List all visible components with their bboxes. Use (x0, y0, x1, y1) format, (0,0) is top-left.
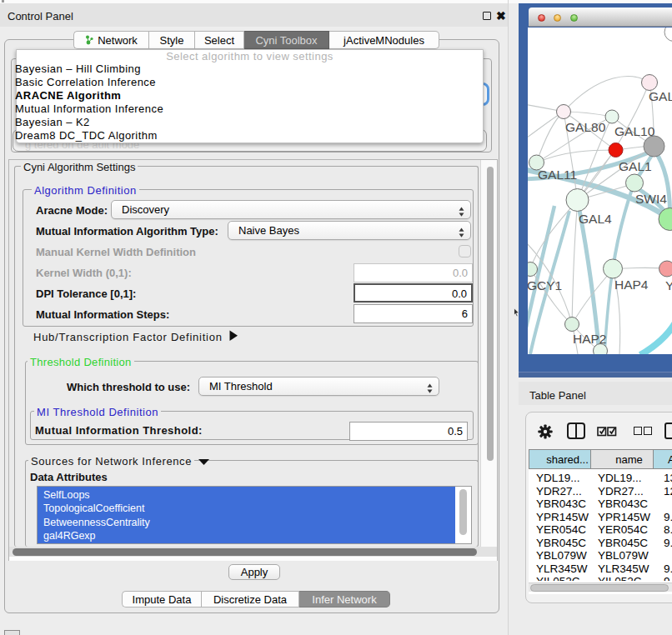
svg-text:HAP4: HAP4 (614, 278, 649, 292)
svg-text:GAL10: GAL10 (614, 124, 655, 138)
svg-text:GAL11: GAL11 (538, 168, 577, 182)
svg-text:GAL1: GAL1 (619, 159, 652, 173)
svg-text:GAL80: GAL80 (565, 120, 606, 134)
svg-text:Y: Y (665, 278, 672, 292)
svg-text:GAL4: GAL4 (579, 212, 612, 226)
svg-text:SWI4: SWI4 (635, 192, 667, 206)
svg-text:GAL: GAL (649, 89, 672, 103)
svg-text:HAP2: HAP2 (573, 332, 607, 346)
svg-text:GCY1: GCY1 (528, 278, 562, 292)
